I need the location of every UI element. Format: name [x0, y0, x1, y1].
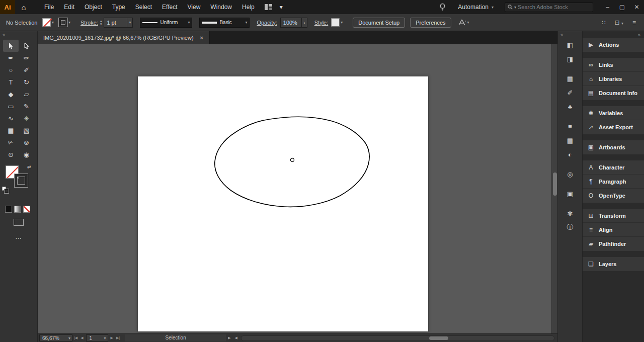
menu-object[interactable]: Object	[79, 0, 107, 14]
symbol-sprayer-tool[interactable]: ✳	[19, 112, 34, 124]
appearance-panel-icon[interactable]: ◎	[561, 167, 579, 181]
drawing-mode-icon[interactable]	[14, 219, 24, 226]
chevron-down-icon[interactable]: ▾	[514, 5, 516, 10]
collapse-dock-icon[interactable]: «	[583, 31, 644, 38]
panel-variables[interactable]: ✱Variables	[583, 106, 644, 120]
menu-help[interactable]: Help	[237, 0, 260, 14]
free-transform-tool[interactable]: ▧	[19, 124, 34, 136]
settings-panel-icon[interactable]: ✾	[561, 207, 579, 220]
curvature-tool[interactable]: ✏	[19, 52, 34, 64]
menu-edit[interactable]: Edit	[59, 0, 79, 14]
status-back-icon[interactable]: ◀	[233, 336, 239, 340]
document-tab[interactable]: IMG_20201009_161732.jpg* @ 66,67% (RGB/G…	[38, 31, 210, 44]
transparency-panel-icon[interactable]: ◐	[561, 148, 579, 161]
opacity-label[interactable]: Opacity:	[257, 20, 277, 26]
stroke-color-dropdown[interactable]: ▾	[59, 18, 70, 27]
stroke-weight-field[interactable]: 1 pt ▾	[104, 18, 133, 28]
align-options-dropdown[interactable]: ▾	[458, 19, 469, 26]
next-artboard-button[interactable]: ▶	[109, 336, 115, 340]
hand-tool[interactable]: ◉	[19, 148, 34, 160]
panel-artboards[interactable]: ▣Artboards	[583, 140, 644, 154]
color-button[interactable]	[5, 206, 12, 213]
knife-tool[interactable]: ✃	[3, 136, 19, 148]
paintbrush-tool[interactable]: ✐	[19, 64, 34, 76]
default-fill-stroke-icon[interactable]	[2, 187, 9, 194]
workspace-switcher-icon[interactable]: ▾	[260, 0, 293, 14]
direct-selection-tool[interactable]	[19, 40, 34, 52]
status-display[interactable]: Selection	[125, 334, 226, 341]
stroke-weight-label[interactable]: Stroke:	[80, 20, 98, 26]
symbols-panel-icon[interactable]: ♣	[561, 100, 579, 113]
menu-window[interactable]: Window	[205, 0, 237, 14]
swap-fill-stroke-icon[interactable]: ⇄	[27, 164, 31, 169]
previous-artboard-button[interactable]: ◀	[79, 336, 85, 340]
artboard-tool[interactable]: ▦	[3, 124, 19, 136]
arrange-documents-dropdown[interactable]: ⊟ ▾	[615, 19, 623, 26]
panel-character[interactable]: ACharacter	[583, 160, 644, 175]
color-guide-panel-icon[interactable]: ◨	[561, 52, 579, 65]
panel-transform[interactable]: ⊞Transform	[583, 209, 644, 223]
ellipse-tool[interactable]: ○	[3, 64, 19, 76]
style-label[interactable]: Style:	[314, 20, 329, 26]
panel-opentype[interactable]: OOpenType	[583, 189, 644, 203]
home-icon[interactable]: ⌂	[15, 3, 32, 12]
panel-actions[interactable]: ▶Actions	[583, 38, 644, 52]
preferences-button[interactable]: Preferences	[410, 18, 451, 28]
zoom-tool[interactable]: ⊙	[3, 148, 19, 160]
opacity-field[interactable]: 100% ›	[280, 18, 307, 28]
status-forward-icon[interactable]: ▶	[226, 336, 232, 340]
automation-dropdown[interactable]: Automation ▾	[458, 4, 494, 11]
pen-tool[interactable]: ✒	[3, 52, 19, 64]
dock-columns-icon[interactable]: ∷	[602, 19, 606, 26]
stroke-weight-dropdown[interactable]: ▾	[127, 18, 132, 27]
panel-align[interactable]: ≡Align	[583, 223, 644, 237]
center-dot[interactable]	[291, 158, 294, 162]
menu-view[interactable]: View	[183, 0, 206, 14]
panel-libraries[interactable]: ⌂Libraries	[583, 72, 644, 86]
horizontal-scrollbar-thumb[interactable]	[429, 336, 448, 340]
width-profile-dropdown[interactable]: Uniform ▾	[140, 18, 192, 28]
panel-asset-export[interactable]: ↗Asset Export	[583, 120, 644, 134]
collapse-tools-icon[interactable]: «	[0, 31, 37, 38]
opacity-flyout[interactable]: ›	[301, 18, 307, 27]
type-tool[interactable]: T	[3, 76, 19, 88]
color-panel-icon[interactable]: ◧	[561, 38, 579, 51]
expand-dock-icon[interactable]: «	[558, 31, 566, 38]
selection-tool[interactable]	[3, 40, 19, 52]
width-tool[interactable]: ∿	[3, 112, 19, 124]
panel-layers[interactable]: ❏Layers	[583, 257, 644, 271]
first-artboard-button[interactable]: |◀	[72, 336, 79, 340]
gradient-button[interactable]	[14, 206, 21, 213]
edit-toolbar-ellipsis[interactable]: …	[0, 233, 37, 240]
stroke-panel-icon[interactable]: ≡	[561, 120, 579, 133]
zoom-level-dropdown[interactable]: 66,67% ▾	[39, 334, 72, 341]
graphic-style-dropdown[interactable]: ▾	[331, 18, 343, 27]
document-setup-button[interactable]: Document Setup	[353, 18, 405, 28]
brush-definition-dropdown[interactable]: Basic ▾	[199, 18, 250, 28]
stock-search-input[interactable]	[518, 4, 590, 10]
info-panel-icon[interactable]: ⓘ	[561, 221, 579, 234]
menu-select[interactable]: Select	[130, 0, 157, 14]
horizontal-scrollbar[interactable]	[241, 335, 554, 341]
panel-pathfinder[interactable]: ▰Pathfinder	[583, 237, 644, 251]
none-button[interactable]	[23, 206, 30, 213]
discover-bulb-icon[interactable]	[439, 3, 446, 11]
panel-document-info[interactable]: ▤Document Info	[583, 86, 644, 100]
gradient-tool[interactable]: ▱	[19, 88, 34, 100]
rectangle-tool[interactable]: ▭	[3, 100, 19, 112]
minimize-button[interactable]: –	[600, 0, 615, 14]
canvas[interactable]	[38, 44, 557, 333]
rotate-tool[interactable]: ↻	[19, 76, 34, 88]
menu-type[interactable]: Type	[107, 0, 130, 14]
swatches-panel-icon[interactable]: ▦	[561, 72, 579, 85]
artboard-navigation-dropdown[interactable]: 1 ▾	[86, 334, 108, 341]
eraser-tool[interactable]: ◆	[3, 88, 19, 100]
panel-menu-icon[interactable]: ≡	[632, 19, 636, 26]
panel-paragraph[interactable]: ¶Paragraph	[583, 175, 644, 189]
panel-links[interactable]: ∞Links	[583, 58, 644, 72]
stroke-weight-stepper[interactable]: ▴▾	[100, 20, 102, 26]
vertical-scrollbar-thumb[interactable]	[553, 173, 557, 196]
blend-tool[interactable]: ⊚	[19, 136, 34, 148]
gradient-panel-icon[interactable]: ▤	[561, 134, 579, 147]
stroke-indicator[interactable]	[15, 174, 28, 187]
